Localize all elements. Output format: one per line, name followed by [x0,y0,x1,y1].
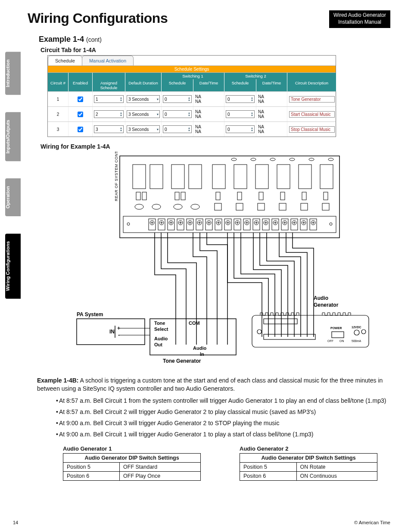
switching1-schedule-input[interactable]: 0▲▼ [163,110,192,118]
duration-select[interactable]: 3 Seconds▾ [127,110,160,118]
svg-point-40 [330,223,332,225]
svg-rect-24 [237,192,242,200]
enabled-checkbox[interactable] [78,112,83,117]
svg-point-3 [231,158,237,161]
svg-point-29 [135,204,143,209]
switching1-schedule-input[interactable]: 0▲▼ [163,95,192,103]
svg-point-30 [152,204,161,209]
switching1-schedule-input[interactable]: 0▲▼ [163,125,192,133]
svg-text:PA System: PA System [77,311,103,317]
svg-rect-36 [279,203,286,210]
svg-rect-37 [301,203,308,210]
assigned-schedule-input[interactable]: 1▲▼ [94,95,124,103]
tab-wiring-configurations[interactable]: Wiring Configurations [5,233,21,299]
table-row: 2 2▲▼ 3 Seconds▾ 0▲▼ NANA 0▲▼ NANA Start… [48,106,336,121]
svg-point-31 [174,204,182,209]
svg-rect-9 [133,165,146,189]
svg-rect-17 [299,165,311,189]
switching2-schedule-input[interactable]: 0▲▼ [226,125,255,133]
tab-operation[interactable]: Operation [5,178,21,216]
circuit-tab-heading: Circuit Tab for 1-4A [40,47,390,53]
copyright: © American Time [354,520,390,525]
svg-rect-27 [302,192,306,200]
duration-select[interactable]: 3 Seconds▾ [127,125,160,133]
table-row: 1 1▲▼ 3 Seconds▾ 0▲▼ NANA 0▲▼ NANA Tone … [48,91,336,106]
svg-point-137 [257,330,262,334]
svg-rect-22 [181,192,185,200]
svg-point-5 [270,158,275,161]
svg-rect-18 [320,165,333,189]
enabled-checkbox[interactable] [78,127,83,132]
svg-point-139 [354,330,359,335]
svg-rect-20 [142,192,146,200]
tab-introduction[interactable]: Introduction [5,52,21,95]
side-nav: Introduction Inputs/Outputs Operation Wi… [5,52,22,316]
switching2-schedule-input[interactable]: 0▲▼ [226,110,255,118]
svg-rect-10 [150,165,163,189]
svg-point-138 [361,330,366,334]
svg-rect-28 [324,192,328,200]
svg-text:POWER: POWER [330,327,342,330]
svg-text:Generator: Generator [314,302,339,308]
svg-text:Audio: Audio [193,345,206,351]
ui-tab-manual-activation[interactable]: Manual Activation [82,56,134,65]
svg-rect-23 [216,192,220,200]
duration-select[interactable]: 3 Seconds▾ [127,95,160,103]
svg-rect-135 [264,334,315,339]
svg-text:Tone: Tone [154,320,165,326]
manual-tag: Wired Audio Generator Installation Manua… [329,10,390,28]
svg-point-4 [251,158,256,161]
assigned-schedule-input[interactable]: 3▲▼ [94,125,124,133]
enabled-checkbox[interactable] [78,96,83,102]
svg-point-39 [127,223,130,225]
table-row: 3 3▲▼ 3 Seconds▾ 0▲▼ NANA 0▲▼ NANA Stop … [48,121,336,137]
svg-rect-21 [175,192,179,200]
svg-rect-25 [259,192,263,200]
svg-rect-19 [136,192,140,200]
svg-text:Audio: Audio [314,295,328,301]
assigned-schedule-input[interactable]: 2▲▼ [94,110,124,118]
switching2-schedule-input[interactable]: 0▲▼ [226,95,255,103]
svg-point-7 [309,158,314,161]
svg-point-32 [191,204,199,209]
svg-rect-12 [189,165,202,189]
svg-point-8 [328,158,333,161]
dip-table-2: Audio Generator 2 Audio Generator DIP Sw… [240,445,377,481]
page-number: 14 [13,520,18,525]
svg-rect-35 [258,203,265,210]
svg-text:IN: IN [109,329,115,335]
svg-rect-11 [171,165,184,189]
svg-rect-33 [215,203,221,210]
dip-table-1: Audio Generator 1 Audio Generator DIP Sw… [63,445,201,481]
example-1-4b-bullets: At 8:57 a.m. Bell Circuit 1 from the sys… [56,397,390,438]
svg-text:Tone Generator: Tone Generator [163,358,201,364]
wiring-diagram: REAR OF SYSTEM CONTROLLER [47,152,390,367]
svg-rect-34 [236,203,243,210]
wiring-heading: Wiring for Example 1-4A [40,143,390,150]
svg-text:12VDC: 12VDC [352,326,361,329]
example-1-4b-text: Example 1-4B: A school is triggering a c… [37,376,390,393]
svg-rect-14 [234,165,247,189]
svg-text:ON: ON [339,339,344,342]
tab-inputs-outputs[interactable]: Inputs/Outputs [5,112,21,161]
svg-rect-13 [212,165,225,189]
svg-text:COM: COM [189,320,200,326]
svg-text:Select: Select [154,327,168,332]
svg-text:In: In [200,352,204,357]
svg-text:REAR OF SYSTEM CONTROLLER: REAR OF SYSTEM CONTROLLER [114,152,118,201]
page-title: Wiring Configurations [28,10,168,26]
ui-tab-schedule[interactable]: Schedule [48,56,82,65]
svg-rect-16 [277,165,290,189]
svg-rect-15 [255,165,268,189]
svg-rect-136 [332,332,344,338]
svg-rect-26 [280,192,285,200]
schedule-settings-banner: Schedule Settings [48,66,336,73]
example-title: Example 1-4 (cont) [39,35,390,44]
svg-text:Audio: Audio [154,336,168,341]
svg-rect-38 [322,203,329,210]
circuit-ui-screenshot: Schedule Manual Activation Schedule Sett… [47,55,336,137]
svg-text:OFF: OFF [327,339,333,342]
svg-point-6 [290,158,295,161]
svg-text:500mA: 500mA [352,339,361,342]
svg-text:Out: Out [154,342,162,347]
